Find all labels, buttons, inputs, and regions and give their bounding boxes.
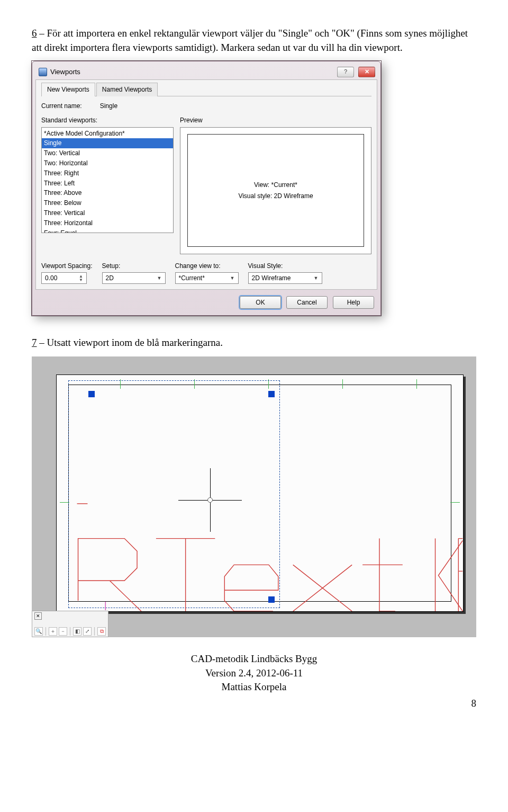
palette-close-icon[interactable]: ✕ <box>34 612 42 620</box>
visual-style-combo[interactable]: 2D Wireframe ▼ <box>248 272 322 284</box>
ok-button[interactable]: OK <box>240 296 281 309</box>
zoom-extents-icon[interactable]: ⤢ <box>83 627 92 636</box>
paragraph-6-text: – För att importera en enkel rektangulär… <box>32 28 468 53</box>
setup-combo[interactable]: 2D ▼ <box>102 272 166 284</box>
chevron-down-icon: ▼ <box>230 275 235 282</box>
change-view-label: Change view to: <box>175 262 239 271</box>
list-item[interactable]: Three: Right <box>42 168 173 179</box>
footer-line-1: CAD-metodik Lindbäcks Bygg <box>32 652 476 666</box>
paragraph-7: 7 – Utsatt viewport inom de blå markerin… <box>32 336 476 350</box>
document-footer: CAD-metodik Lindbäcks Bygg Version 2.4, … <box>32 652 476 694</box>
viewports-dialog: Viewports ? ✕ New Viewports Named Viewpo… <box>32 61 381 316</box>
setup-value: 2D <box>106 274 114 283</box>
preview-view-text: View: *Current* <box>254 181 297 190</box>
preview-style-text: Visual style: 2D Wireframe <box>238 192 313 201</box>
zoom-out-icon[interactable]: － <box>59 627 67 636</box>
list-item[interactable]: *Active Model Configuration* <box>42 129 173 139</box>
paper-sheet <box>56 374 464 612</box>
setup-label: Setup: <box>102 262 166 271</box>
list-item[interactable]: Three: Left <box>42 179 173 189</box>
page-number: 8 <box>32 697 476 711</box>
preview-label: Preview <box>180 116 371 125</box>
visual-style-value: 2D Wireframe <box>252 274 291 283</box>
zoom-tool-icon[interactable]: 🔍 <box>34 627 43 636</box>
viewport-spacing-label: Viewport Spacing: <box>41 262 93 271</box>
app-icon <box>39 68 47 76</box>
close-titlebar-button[interactable]: ✕ <box>358 67 375 77</box>
footer-line-3: Mattias Korpela <box>32 680 476 694</box>
viewport-spacing-value: 0.00 <box>45 274 57 283</box>
zoom-window-icon[interactable]: ◧ <box>73 627 81 636</box>
dialog-title: Viewports <box>50 67 80 77</box>
list-item[interactable]: Three: Vertical <box>42 208 173 218</box>
cancel-button[interactable]: Cancel <box>286 296 328 309</box>
tab-new-viewports[interactable]: New Viewports <box>41 83 95 96</box>
chevron-down-icon: ▼ <box>157 275 162 282</box>
paragraph-7-text: – Utsatt viewport inom de blå markeringa… <box>37 337 223 348</box>
step-number-6: 6 <box>32 28 37 39</box>
zoom-realtime-icon[interactable]: ⧉ <box>97 627 106 636</box>
zoom-in-icon[interactable]: ＋ <box>49 627 57 636</box>
list-item[interactable]: Four: Equal <box>42 228 173 233</box>
list-item[interactable]: Three: Horizontal <box>42 218 173 228</box>
standard-viewports-label: Standard viewports: <box>41 116 174 125</box>
cad-viewport-screenshot: ✕ 🔍 ＋ － ◧ ⤢ ⧉ <box>32 356 476 637</box>
dialog-titlebar: Viewports ? ✕ <box>35 65 377 79</box>
list-item[interactable]: Two: Vertical <box>42 148 173 158</box>
zoom-palette[interactable]: ✕ 🔍 ＋ － ◧ ⤢ ⧉ <box>32 611 108 637</box>
list-item[interactable]: Three: Below <box>42 198 173 208</box>
visual-style-label: Visual Style: <box>248 262 322 271</box>
help-titlebar-button[interactable]: ? <box>337 67 354 77</box>
list-item[interactable]: Three: Above <box>42 188 173 198</box>
footer-line-2: Version 2.4, 2012-06-11 <box>32 666 476 681</box>
cad-line-drawing <box>57 375 463 611</box>
list-item[interactable]: Single <box>42 138 173 148</box>
paragraph-6: 6 – För att importera en enkel rektangul… <box>32 26 476 55</box>
stepper-arrows-icon[interactable]: ▲▼ <box>79 274 83 282</box>
change-view-value: *Current* <box>179 274 205 283</box>
chevron-down-icon: ▼ <box>314 275 319 282</box>
standard-viewports-listbox[interactable]: *Active Model Configuration*SingleTwo: V… <box>41 127 174 233</box>
current-name-label: Current name: <box>41 102 82 111</box>
help-button[interactable]: Help <box>333 296 374 309</box>
viewport-spacing-input[interactable]: 0.00 ▲▼ <box>41 272 87 284</box>
list-item[interactable]: Two: Horizontal <box>42 158 173 168</box>
current-name-value: Single <box>100 102 117 111</box>
tab-named-viewports[interactable]: Named Viewports <box>96 83 158 96</box>
step-number-7: 7 <box>32 337 37 348</box>
preview-box: View: *Current* Visual style: 2D Wirefra… <box>180 127 371 254</box>
change-view-combo[interactable]: *Current* ▼ <box>175 272 239 284</box>
